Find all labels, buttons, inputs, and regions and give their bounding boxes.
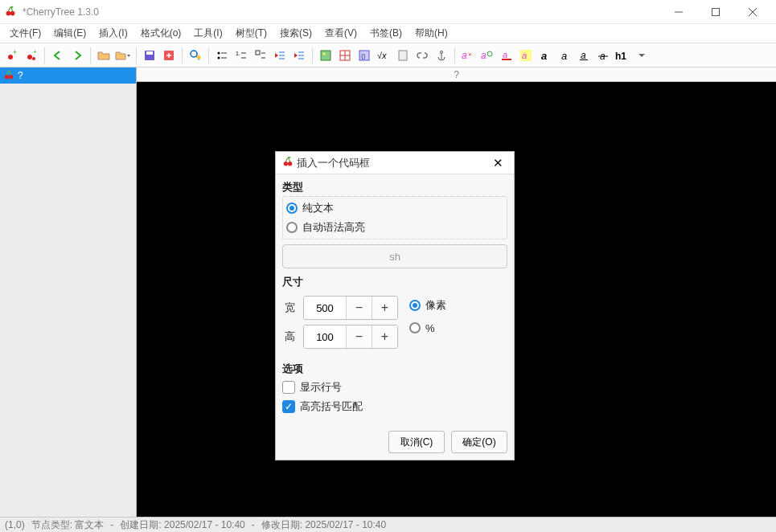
bold-icon[interactable]: a	[536, 47, 554, 64]
save-icon[interactable]	[141, 47, 158, 64]
menu-search[interactable]: 搜索(S)	[273, 25, 318, 42]
checkbox-bracket[interactable]: ✓ 高亮括号匹配	[282, 397, 507, 416]
heading-icon[interactable]: h1	[614, 47, 631, 64]
heading-dropdown-icon[interactable]	[633, 47, 651, 64]
strikethrough-icon[interactable]: a	[594, 47, 612, 64]
app-cherry-icon	[5, 6, 18, 18]
svg-rect-39	[359, 51, 369, 60]
ruler: ?	[137, 68, 776, 82]
checkbox-linenum[interactable]: 显示行号	[282, 378, 507, 397]
radio-icon	[409, 322, 421, 334]
checkbox-list-icon[interactable]	[252, 47, 269, 64]
status-created: 创建日期: 2025/02/17 - 10:40	[120, 518, 244, 532]
width-input[interactable]	[304, 297, 346, 319]
tree-panel[interactable]: ?	[0, 68, 137, 517]
node-add-icon[interactable]: +	[3, 47, 21, 64]
maximize-button[interactable]	[697, 0, 734, 24]
status-nodetype: 节点类型: 富文本	[31, 518, 105, 532]
language-field[interactable]: sh	[282, 244, 507, 268]
menu-help[interactable]: 帮助(H)	[409, 25, 454, 42]
statusbar: (1,0) 节点类型: 富文本 - 创建日期: 2025/02/17 - 10:…	[0, 517, 776, 532]
back-icon[interactable]	[49, 47, 67, 64]
height-input[interactable]	[304, 325, 346, 348]
radio-pixels[interactable]: 像素	[409, 296, 446, 315]
tree-node-selected[interactable]: ?	[0, 68, 136, 84]
open-folder-icon[interactable]	[95, 47, 113, 64]
text-color-icon[interactable]: a	[498, 47, 515, 64]
node-add-child-icon[interactable]: +	[23, 47, 40, 64]
status-sep: -	[252, 519, 255, 530]
menu-tool[interactable]: 工具(I)	[187, 25, 228, 42]
section-options-label: 选项	[282, 362, 507, 376]
width-label: 宽	[282, 301, 297, 315]
insert-anchor-icon[interactable]	[433, 47, 450, 64]
menu-insert[interactable]: 插入(I)	[92, 25, 133, 42]
toolbar-separator	[136, 47, 137, 63]
svg-rect-13	[146, 51, 153, 55]
status-sep: -	[110, 519, 113, 530]
menu-file[interactable]: 文件(F)	[3, 25, 47, 42]
radio-plaintext[interactable]: 纯文本	[286, 198, 503, 218]
insert-link-icon[interactable]	[413, 47, 431, 64]
bg-color-icon[interactable]: a	[517, 47, 535, 64]
svg-text:a: a	[541, 50, 547, 61]
menu-tree[interactable]: 树型(T)	[229, 25, 273, 42]
menu-format[interactable]: 格式化(o)	[134, 25, 188, 42]
format-recent-icon[interactable]: a	[478, 47, 496, 64]
indent-icon[interactable]	[290, 47, 308, 64]
toolbar-separator	[208, 47, 209, 63]
section-size-label: 尺寸	[282, 275, 507, 289]
cancel-button[interactable]: 取消(C)	[388, 431, 445, 453]
checkbox-linenum-label: 显示行号	[300, 380, 342, 395]
height-increment-button[interactable]: +	[372, 325, 397, 348]
svg-point-9	[27, 55, 32, 59]
svg-text:a: a	[600, 51, 606, 61]
close-button[interactable]	[734, 0, 771, 24]
svg-rect-50	[502, 59, 511, 60]
status-modified: 修改日期: 2025/02/17 - 10:40	[261, 518, 386, 532]
insert-equation-icon[interactable]: √x	[375, 47, 392, 64]
forward-icon[interactable]	[68, 47, 86, 64]
minimize-button[interactable]	[660, 0, 697, 24]
svg-rect-25	[256, 51, 260, 55]
toolbar-separator	[90, 47, 91, 63]
menu-view[interactable]: 查看(V)	[318, 25, 363, 42]
format-clear-icon[interactable]: a×	[459, 47, 477, 64]
search-icon[interactable]	[187, 47, 204, 64]
toolbar-separator	[312, 47, 313, 63]
export-icon[interactable]	[160, 47, 178, 64]
ok-button[interactable]: 确定(O)	[451, 431, 507, 453]
insert-codebox-icon[interactable]: {}	[355, 47, 373, 64]
width-increment-button[interactable]: +	[372, 297, 397, 319]
svg-rect-42	[399, 51, 407, 60]
svg-point-18	[218, 51, 220, 54]
underline-icon[interactable]: a	[575, 47, 593, 64]
dialog-close-icon[interactable]: ✕	[488, 153, 507, 173]
height-decrement-button[interactable]: −	[346, 325, 372, 348]
radio-autosyntax[interactable]: 自动语法高亮	[286, 218, 503, 237]
bullet-list-icon[interactable]	[213, 47, 231, 64]
outdent-icon[interactable]	[271, 47, 289, 64]
italic-icon[interactable]: a	[556, 47, 573, 64]
numbered-list-icon[interactable]: 1.	[232, 47, 250, 64]
svg-point-1	[10, 10, 15, 15]
insert-table-icon[interactable]	[336, 47, 354, 64]
svg-rect-34	[321, 51, 331, 60]
dialog-cherry-icon	[282, 156, 294, 170]
svg-text:a: a	[522, 51, 527, 60]
radio-icon	[286, 222, 298, 233]
insert-image-icon[interactable]	[317, 47, 335, 64]
language-value: sh	[389, 251, 400, 263]
dialog-titlebar[interactable]: 插入一个代码框 ✕	[276, 152, 514, 174]
toolbar: + + 1. {} √x a× a a a a a a a h1	[0, 43, 776, 68]
radio-icon	[286, 203, 298, 214]
toolbar-separator	[454, 47, 455, 63]
svg-text:a: a	[462, 50, 467, 61]
insert-file-icon[interactable]	[394, 47, 412, 64]
open-folder-dropdown-icon[interactable]	[114, 47, 132, 64]
radio-percent[interactable]: %	[409, 318, 446, 338]
menu-edit[interactable]: 编辑(E)	[47, 25, 92, 42]
menu-bookmark[interactable]: 书签(B)	[363, 25, 409, 42]
svg-point-2	[10, 6, 14, 7]
width-decrement-button[interactable]: −	[346, 297, 372, 319]
